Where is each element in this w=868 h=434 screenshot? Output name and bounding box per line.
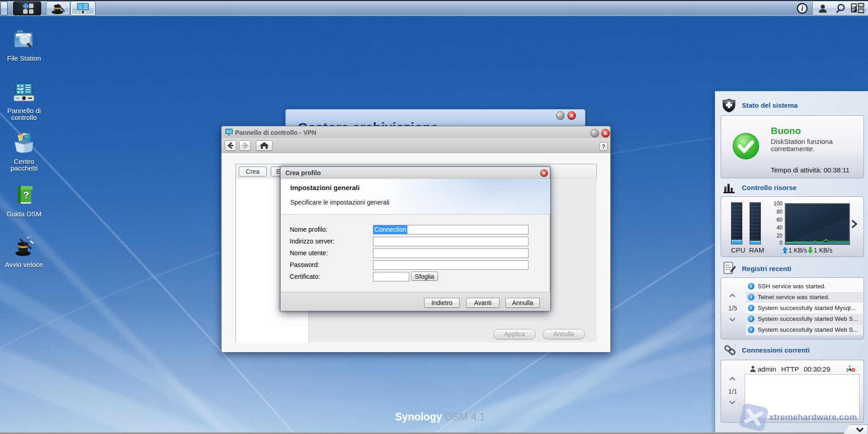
svg-text:i: i: [801, 5, 803, 12]
svg-text:?: ?: [24, 190, 29, 200]
